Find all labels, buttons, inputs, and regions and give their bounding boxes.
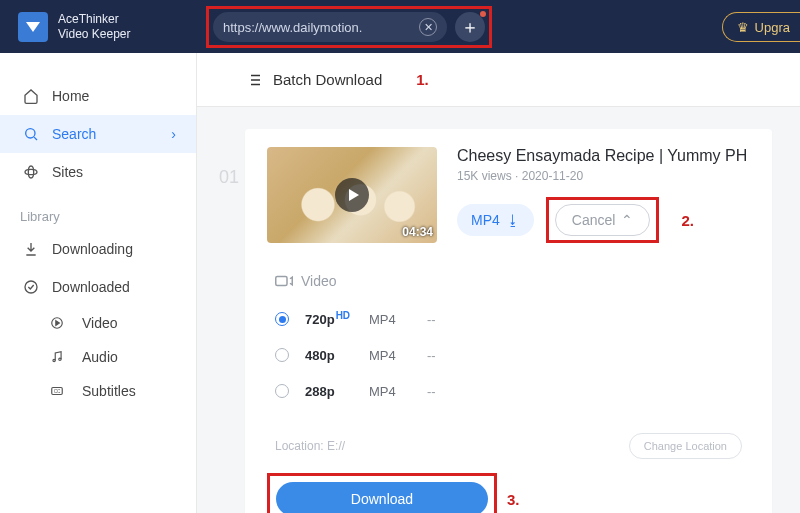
- download-button[interactable]: Download: [276, 482, 488, 513]
- url-bar-highlight: https://www.dailymotion. ✕ ＋: [206, 6, 492, 48]
- list-icon: [245, 71, 263, 89]
- annotation-3: 3.: [507, 491, 520, 508]
- brand-text: AceThinker Video Keeper: [58, 12, 131, 41]
- result-card: 01 04:34 Cheesy Ensaymada Recipe | Yummy…: [245, 129, 772, 513]
- annotation-2: 2.: [681, 212, 694, 229]
- brand-line1: AceThinker: [58, 12, 131, 26]
- nav-downloaded-label: Downloaded: [52, 279, 130, 295]
- download-small-icon: ⭳: [506, 212, 520, 228]
- result-index: 01: [219, 167, 239, 188]
- upgrade-button[interactable]: ♛ Upgra: [722, 12, 800, 42]
- radio-480p[interactable]: [275, 348, 289, 362]
- download-highlight: Download: [267, 473, 497, 513]
- svg-point-5: [53, 359, 55, 361]
- nav-search-label: Search: [52, 126, 96, 142]
- res-288p: 288p: [305, 384, 369, 399]
- cancel-highlight: Cancel ⌃: [546, 197, 660, 243]
- check-circle-icon: [20, 279, 42, 295]
- format-mp4-button[interactable]: MP4 ⭳: [457, 204, 534, 236]
- annotation-1: 1.: [416, 71, 429, 88]
- sub-video[interactable]: Video: [0, 306, 196, 340]
- chevron-right-icon: ›: [171, 126, 176, 142]
- nav-home[interactable]: Home: [0, 77, 196, 115]
- size-720p: --: [427, 312, 436, 327]
- chevron-up-icon: ⌃: [621, 212, 633, 228]
- svg-point-3: [25, 281, 37, 293]
- fmt-720p: MP4: [369, 312, 427, 327]
- option-row-2[interactable]: 288p MP4 --: [275, 373, 750, 409]
- res-720p: 720pHD: [305, 312, 369, 327]
- url-input[interactable]: https://www.dailymotion. ✕: [213, 12, 447, 42]
- sub-audio[interactable]: Audio: [0, 340, 196, 374]
- nav-downloaded[interactable]: Downloaded: [0, 268, 196, 306]
- svg-point-6: [59, 358, 61, 360]
- video-section-header: Video: [275, 273, 750, 289]
- search-icon: [20, 126, 42, 142]
- cc-icon: CC: [50, 384, 72, 398]
- res-480p: 480p: [305, 348, 369, 363]
- download-label: Download: [351, 491, 413, 507]
- svg-point-0: [26, 129, 35, 138]
- download-icon: [20, 241, 42, 257]
- video-options-section: Video 720pHD MP4 -- 480p MP4 -- 288p: [267, 273, 750, 409]
- play-circle-icon: [50, 316, 72, 330]
- radio-288p[interactable]: [275, 384, 289, 398]
- cancel-label: Cancel: [572, 212, 616, 228]
- app-header: AceThinker Video Keeper https://www.dail…: [0, 0, 800, 53]
- library-section-label: Library: [0, 191, 196, 230]
- option-row-0[interactable]: 720pHD MP4 --: [275, 301, 750, 337]
- nav-downloading[interactable]: Downloading: [0, 230, 196, 268]
- sub-subtitles-label: Subtitles: [82, 383, 136, 399]
- brand-line2: Video Keeper: [58, 27, 131, 41]
- fmt-288p: MP4: [369, 384, 427, 399]
- add-url-button[interactable]: ＋: [455, 12, 485, 42]
- video-date: 2020-11-20: [522, 169, 583, 183]
- sub-video-label: Video: [82, 315, 118, 331]
- cancel-button[interactable]: Cancel ⌃: [555, 204, 651, 236]
- video-meta: 15K views · 2020-11-20: [457, 169, 750, 183]
- nav-search[interactable]: Search ›: [0, 115, 196, 153]
- sites-icon: [20, 164, 42, 180]
- crown-icon: ♛: [737, 20, 749, 35]
- main-panel: Batch Download 1. 01 04:34 Cheesy Ensaym…: [197, 53, 800, 513]
- location-row: Location: E:// Change Location: [275, 433, 742, 459]
- video-views: 15K views: [457, 169, 512, 183]
- home-icon: [20, 88, 42, 104]
- change-location-button[interactable]: Change Location: [629, 433, 742, 459]
- location-text: Location: E://: [275, 439, 345, 453]
- batch-download-row[interactable]: Batch Download 1.: [197, 53, 800, 107]
- video-thumbnail[interactable]: 04:34: [267, 147, 437, 243]
- nav-sites-label: Sites: [52, 164, 83, 180]
- batch-download-label: Batch Download: [273, 71, 382, 88]
- upgrade-label: Upgra: [755, 20, 790, 35]
- svg-point-2: [28, 166, 33, 178]
- video-title: Cheesy Ensaymada Recipe | Yummy PH: [457, 147, 750, 165]
- sub-audio-label: Audio: [82, 349, 118, 365]
- url-text: https://www.dailymotion.: [223, 20, 362, 35]
- nav-sites[interactable]: Sites: [0, 153, 196, 191]
- option-row-1[interactable]: 480p MP4 --: [275, 337, 750, 373]
- nav-downloading-label: Downloading: [52, 241, 133, 257]
- music-icon: [50, 350, 72, 364]
- app-logo: [18, 12, 48, 42]
- radio-720p[interactable]: [275, 312, 289, 326]
- size-288p: --: [427, 384, 436, 399]
- size-480p: --: [427, 348, 436, 363]
- video-section-icon: [275, 274, 293, 288]
- svg-rect-9: [276, 277, 287, 286]
- video-duration: 04:34: [402, 225, 433, 239]
- video-section-label: Video: [301, 273, 337, 289]
- nav-home-label: Home: [52, 88, 89, 104]
- sidebar: Home Search › Sites Library Downloading …: [0, 53, 197, 513]
- format-mp4-label: MP4: [471, 212, 500, 228]
- play-overlay-icon: [335, 178, 369, 212]
- fmt-480p: MP4: [369, 348, 427, 363]
- svg-text:CC: CC: [54, 389, 61, 394]
- clear-url-icon[interactable]: ✕: [419, 18, 437, 36]
- sub-subtitles[interactable]: CC Subtitles: [0, 374, 196, 408]
- svg-point-1: [25, 169, 37, 174]
